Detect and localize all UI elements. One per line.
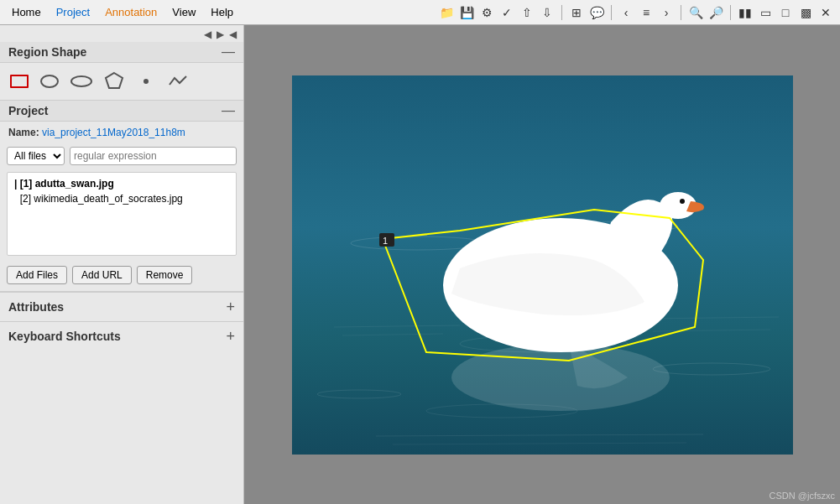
project-name-row: Name: via_project_11May2018_11h8m <box>0 122 243 143</box>
remove-button[interactable]: Remove <box>137 266 193 284</box>
project-header: Project — <box>0 101 243 122</box>
main-area: ◀ ▶ ◀ Region Shape — <box>0 25 840 504</box>
menu-project[interactable]: Project <box>50 4 97 20</box>
upload-icon[interactable]: ⇧ <box>518 3 536 22</box>
chat-icon[interactable]: 💬 <box>587 3 606 22</box>
file-item-2[interactable]: [2] wikimedia_death_of_socrates.jpg <box>8 191 236 206</box>
region-shape-title: Region Shape <box>8 45 86 59</box>
add-url-button[interactable]: Add URL <box>72 266 132 284</box>
menu-view[interactable]: View <box>165 4 202 20</box>
keyboard-shortcuts-title: Keyboard Shortcuts <box>8 330 121 343</box>
sidebar-arrows: ◀ ▶ ◀ <box>0 25 243 42</box>
download-icon[interactable]: ⇩ <box>538 3 556 22</box>
sidebar-arrow-collapse[interactable]: ◀ <box>227 29 238 40</box>
attributes-section: Attributes + <box>0 292 243 321</box>
open-file-icon[interactable]: 📁 <box>437 3 456 22</box>
shape-polygon[interactable] <box>104 71 124 91</box>
file-filter-row: All files <box>0 143 243 169</box>
keyboard-shortcuts-header[interactable]: Keyboard Shortcuts + <box>0 322 243 351</box>
list-icon[interactable]: ≡ <box>637 3 655 22</box>
attributes-header[interactable]: Attributes + <box>0 293 243 321</box>
check-icon[interactable]: ✓ <box>498 3 516 22</box>
region-shape-header: Region Shape — <box>0 42 243 63</box>
file-item-1[interactable]: | [1] adutta_swan.jpg <box>8 176 236 191</box>
svg-marker-0 <box>106 73 123 88</box>
grid-icon[interactable]: ⊞ <box>567 3 586 22</box>
keyboard-shortcuts-section: Keyboard Shortcuts + <box>0 321 243 351</box>
settings-icon[interactable]: ⚙ <box>477 3 496 22</box>
project-section: Project — Name: via_project_11May2018_11… <box>0 101 243 292</box>
crop-icon[interactable]: ▭ <box>756 3 775 22</box>
menu-home[interactable]: Home <box>5 4 48 20</box>
watermark: CSDN @jcfszxc <box>770 491 835 501</box>
shape-rectangle[interactable] <box>10 75 29 88</box>
region-shape-tools <box>0 63 243 101</box>
layout-icon[interactable]: ▩ <box>796 3 815 22</box>
menu-annotation[interactable]: Annotation <box>98 4 164 20</box>
file-actions: Add Files Add URL Remove <box>0 259 243 291</box>
region-shape-section: Region Shape — <box>0 42 243 101</box>
toolbar-icons: 📁 💾 ⚙ ✓ ⇧ ⇩ ⊞ 💬 ‹ ≡ › 🔍 🔎 ▮▮ ▭ □ ▩ ✕ <box>437 3 835 22</box>
close-icon[interactable]: ✕ <box>817 3 835 22</box>
svg-point-1 <box>143 79 149 84</box>
zoom-in-icon[interactable]: 🔍 <box>686 3 705 22</box>
image-container: 1 <box>292 75 793 455</box>
shape-ellipse[interactable] <box>70 75 92 87</box>
project-name-value: via_project_11May2018_11h8m <box>42 127 185 138</box>
menu-help[interactable]: Help <box>204 4 240 20</box>
project-title: Project <box>8 104 48 117</box>
menu-bar: Home Project Annotation View Help 📁 💾 ⚙ … <box>0 0 840 25</box>
swan-image: 1 <box>292 75 793 455</box>
prev-icon[interactable]: ‹ <box>617 3 635 22</box>
next-icon[interactable]: › <box>657 3 676 22</box>
shape-point[interactable] <box>136 71 156 91</box>
svg-point-11 <box>680 199 685 204</box>
file-filter-input[interactable] <box>70 147 237 165</box>
content-area: 1 CSDN @jcfszxc <box>244 25 840 504</box>
add-files-button[interactable]: Add Files <box>7 266 67 284</box>
separator-3 <box>681 5 681 20</box>
region-shape-collapse[interactable]: — <box>222 45 235 59</box>
svg-point-12 <box>451 344 670 411</box>
keyboard-shortcuts-plus-icon[interactable]: + <box>226 329 235 344</box>
sidebar-arrow-right[interactable]: ▶ <box>215 29 226 40</box>
separator-2 <box>611 5 612 20</box>
shape-polyline[interactable] <box>168 71 188 91</box>
attributes-plus-icon[interactable]: + <box>226 299 235 314</box>
separator-1 <box>561 5 562 20</box>
save-icon[interactable]: 💾 <box>457 3 476 22</box>
fit-width-icon[interactable]: ▮▮ <box>736 3 754 22</box>
shape-circle[interactable] <box>40 75 59 88</box>
project-name-label: Name: <box>8 127 39 138</box>
frame-icon[interactable]: □ <box>776 3 795 22</box>
sidebar: ◀ ▶ ◀ Region Shape — <box>0 25 244 504</box>
zoom-out-icon[interactable]: 🔎 <box>707 3 725 22</box>
attributes-title: Attributes <box>8 300 64 314</box>
file-filter-select[interactable]: All files <box>7 147 65 165</box>
sidebar-arrow-left[interactable]: ◀ <box>202 29 213 40</box>
file-list: | [1] adutta_swan.jpg [2] wikimedia_deat… <box>7 172 237 256</box>
project-collapse[interactable]: — <box>222 104 235 117</box>
separator-4 <box>730 5 731 20</box>
